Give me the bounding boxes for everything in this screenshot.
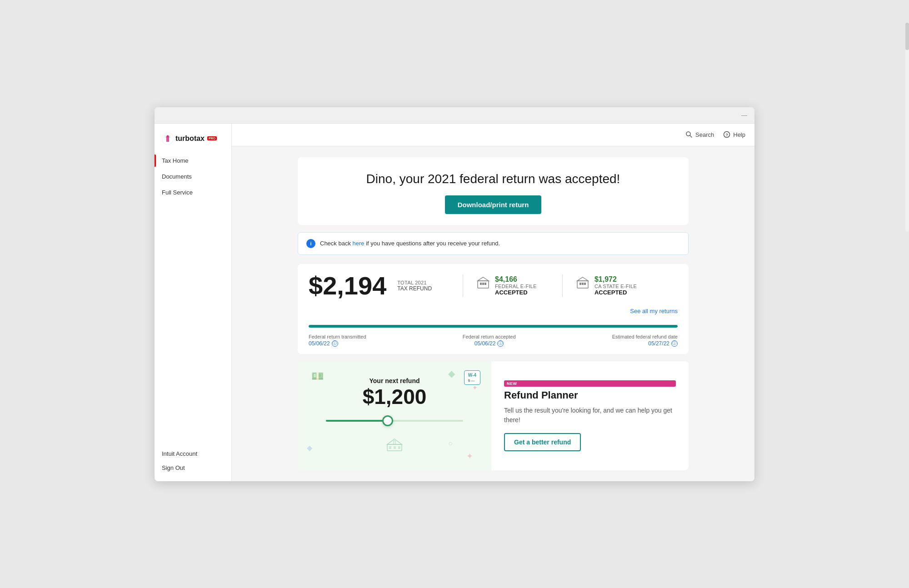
svg-line-3 [690,135,692,137]
hero-card: Dino, your 2021 federal return was accep… [298,157,689,225]
federal-status: ACCEPTED [495,289,537,296]
info-icon: i [306,239,315,248]
turbotax-logo: turbotax PRO [162,133,217,145]
progress-section: Federal return transmitted 05/06/22 ⓘ Fe… [298,325,689,354]
svg-rect-8 [480,283,482,285]
sidebar-intuit-account[interactable]: Intuit Account [162,448,224,460]
svg-rect-21 [398,446,400,449]
minimize-button[interactable]: — [741,112,747,119]
state-building-icon [575,275,590,290]
capitol-icon [385,436,404,454]
logo-text: turbotax [175,135,205,143]
search-icon [685,131,693,138]
browser-window: — turbotax PRO Tax Home [155,107,754,481]
search-action[interactable]: Search [685,131,714,138]
info-banner-link[interactable]: here [353,240,365,247]
step-accepted-label: Federal return accepted [463,334,516,339]
state-status: ACCEPTED [594,289,637,296]
see-all-returns: See all my returns [309,304,678,319]
tax-refund-label: TAX REFUND [397,285,432,292]
state-details: $1,972 CA STATE E-FILE ACCEPTED [594,275,637,296]
sidebar: turbotax PRO Tax Home Documents Full Ser… [155,124,232,481]
svg-rect-20 [394,446,396,449]
help-action[interactable]: ? Help [723,131,745,138]
sidebar-item-documents[interactable]: Documents [155,169,231,184]
browser-controls: — [741,112,747,119]
deco-circle-2: ○ [448,439,453,448]
main-content[interactable]: Dino, your 2021 federal return was accep… [232,146,754,481]
state-type: CA STATE E-FILE [594,284,637,289]
step-refund-label: Estimated federal refund date [612,334,678,339]
deco-plus-2: ✦ [466,451,473,461]
main-area: Search ? Help [232,124,754,481]
svg-rect-19 [389,446,391,449]
sidebar-nav: Tax Home Documents Full Service [155,153,231,440]
deco-diamond-1: ◆ [448,368,455,379]
logo-badge: PRO [207,136,217,140]
capitol-building-icon [385,436,404,453]
svg-rect-9 [484,283,486,285]
download-print-button[interactable]: Download/print return [445,195,542,214]
state-refund-item: $1,972 CA STATE E-FILE ACCEPTED [575,275,637,296]
get-better-refund-button[interactable]: Get a better refund [504,433,581,451]
progress-step-transmitted: Federal return transmitted 05/06/22 ⓘ [309,334,366,347]
refund-planner-text: NEW Refund Planner Tell us the result yo… [491,361,689,470]
planner-text-desc: Tell us the result you're looking for, a… [504,406,676,425]
refund-amount-block: $2,194 [309,273,386,299]
planner-visual-amount: $1,200 [363,386,427,407]
w4-card-icon: W-4$ — [464,370,480,385]
hero-title: Dino, your 2021 federal return was accep… [307,172,679,186]
building-icon [476,275,490,290]
bottom-cards: 💵 ◆ ✦ ◆ ✦ ○ ○ W-4$ — Your next refund $1… [298,361,689,470]
svg-point-1 [167,135,169,137]
turbotax-logo-icon [162,133,174,145]
svg-marker-17 [387,439,402,444]
info-banner: i Check back here if you have questions … [298,232,689,255]
planner-slider[interactable] [326,414,463,427]
new-badge: NEW [504,380,676,387]
planner-visual-title: Your next refund [370,377,420,384]
info-banner-text: Check back here if you have questions af… [320,240,500,247]
refund-main-row: $2,194 TOTAL 2021 TAX REFUND [309,273,678,299]
federal-type: FEDERAL E-FILE [495,284,537,289]
state-amount: $1,972 [594,275,637,284]
total-label: TOTAL 2021 [397,280,432,285]
state-icon [575,275,590,290]
sidebar-item-tax-home[interactable]: Tax Home [155,153,231,169]
deco-diamond-2: ◆ [307,443,312,452]
svg-marker-12 [577,277,588,281]
refund-label-block: TOTAL 2021 TAX REFUND [397,280,432,292]
svg-marker-7 [478,277,489,281]
step-refund-info[interactable]: ⓘ [671,340,678,347]
planner-slider-thumb[interactable] [382,415,393,426]
step-transmitted-info[interactable]: ⓘ [332,340,338,347]
federal-amount: $4,166 [495,275,537,284]
federal-icon [476,275,490,290]
see-all-returns-link[interactable]: See all my returns [630,308,678,314]
sidebar-item-full-service[interactable]: Full Service [155,184,231,200]
svg-rect-18 [394,441,395,444]
refund-card: $2,194 TOTAL 2021 TAX REFUND [298,264,689,354]
sidebar-logo: turbotax PRO [155,127,231,153]
step-refund-date: 05/27/22 ⓘ [612,340,678,347]
main-header: Search ? Help [232,124,754,146]
planner-slider-fill [326,420,388,422]
step-accepted-date: 05/06/22 ⓘ [463,340,516,347]
step-accepted-info[interactable]: ⓘ [497,340,504,347]
svg-rect-15 [582,283,584,285]
step-transmitted-label: Federal return transmitted [309,334,366,339]
federal-details: $4,166 FEDERAL E-FILE ACCEPTED [495,275,537,296]
deco-plus-1: ✦ [472,384,478,391]
progress-step-refund-date: Estimated federal refund date 05/27/22 ⓘ [612,334,678,347]
step-transmitted-date: 05/06/22 ⓘ [309,340,366,347]
sidebar-sign-out[interactable]: Sign Out [162,462,224,474]
planner-slider-track [326,420,463,422]
help-icon: ? [723,131,730,138]
main-inner: Dino, your 2021 federal return was accep… [289,146,698,481]
svg-rect-10 [482,283,484,285]
deco-dollar-icon: 💵 [311,370,324,382]
refund-divider-2 [562,274,563,297]
refund-amount-big: $2,194 [309,271,386,300]
refund-planner-visual: 💵 ◆ ✦ ◆ ✦ ○ ○ W-4$ — Your next refund $1… [298,361,491,470]
progress-bar-fill [309,325,678,328]
